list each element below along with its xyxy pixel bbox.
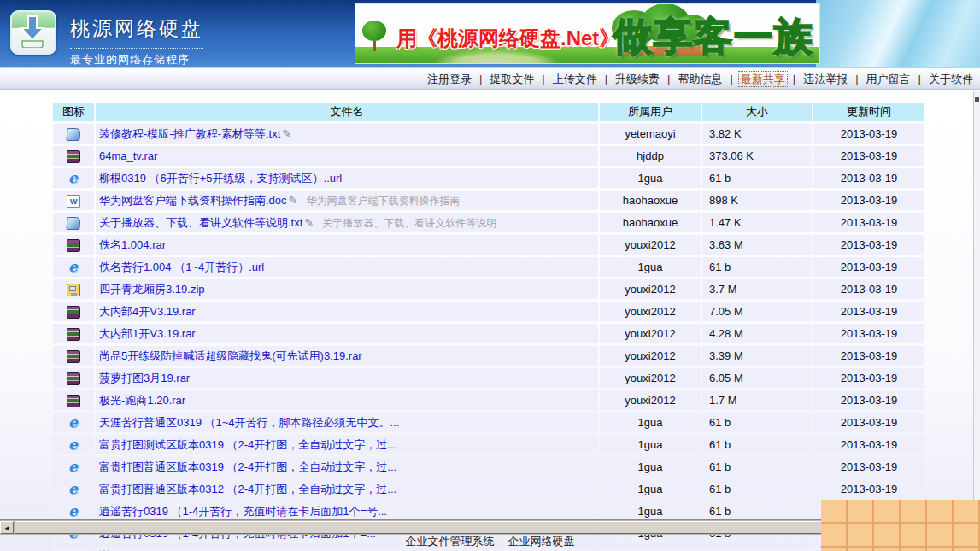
footer-link-file-system[interactable]: 企业文件管理系统 <box>406 535 495 548</box>
update-date: 2013-03-19 <box>813 257 924 277</box>
owner-user: 1gua <box>600 257 701 277</box>
file-link[interactable]: 佚名1.004.rar <box>99 238 166 251</box>
update-date: 2013-03-19 <box>813 346 924 366</box>
edit-pencil-icon[interactable] <box>282 127 291 140</box>
update-date: 2013-03-19 <box>813 213 924 232</box>
update-date: 2013-03-19 <box>813 435 924 454</box>
nav-item-report-abuse[interactable]: 违法举报 <box>801 72 849 86</box>
file-size: 6.05 M <box>702 368 812 388</box>
nav-item-register-login[interactable]: 注册登录 <box>425 72 473 86</box>
update-date: 2013-03-19 <box>813 146 924 166</box>
text-file-icon <box>66 128 80 141</box>
file-table: 图标 文件名 所属用户 大小 更新时间 装修教程-模版-推广教程-素材等等.tx… <box>51 100 926 551</box>
table-row: 富贵打图普通区版本0319 （2-4开打图，全自动过文字，过... 1gua 6… <box>53 457 924 477</box>
file-link[interactable]: 装修教程-模版-推广教程-素材等等.txt <box>99 127 280 140</box>
download-disk-icon <box>10 10 56 55</box>
nav-separator: | <box>730 73 732 85</box>
ad-banner[interactable]: 用《桃源网络硬盘.Net》 做享客一族 <box>355 3 820 64</box>
banner-slogan-red: 用《桃源网络硬盘.Net》 <box>396 25 619 52</box>
file-link[interactable]: 富贵打图普通区版本0319 （2-4开打图，全自动过文字，过... <box>99 460 396 473</box>
table-row: 极光-跑商1.20.rar youxi2012 1.7 M 2013-03-19 <box>53 390 924 410</box>
file-size: 61 b <box>702 435 812 454</box>
file-size: 3.7 M <box>702 279 812 299</box>
vertical-scrollbar[interactable] <box>973 91 980 519</box>
nav-item-about-software[interactable]: 关于软件 <box>927 72 975 86</box>
edit-pencil-icon[interactable] <box>289 194 298 207</box>
nav-separator: | <box>918 73 921 85</box>
nav-separator: | <box>605 73 607 85</box>
file-link[interactable]: 富贵打图测试区版本0319 （2-4开打图，全自动过文字，过... <box>99 438 396 451</box>
nav-item-upload-file[interactable]: 上传文件 <box>551 72 599 86</box>
file-link[interactable]: 大内部4开V3.19.rar <box>99 305 196 318</box>
edit-pencil-icon[interactable] <box>304 216 314 229</box>
owner-user: 1gua <box>600 413 701 432</box>
scroll-left-arrow-icon[interactable]: ◄ <box>0 521 14 534</box>
owner-user: 1gua <box>600 479 701 499</box>
nav-separator: | <box>667 73 670 85</box>
zip-file-icon <box>67 284 80 296</box>
table-row: 大内部1开V3.19.rar youxi2012 4.28 M 2013-03-… <box>53 324 924 343</box>
rar-file-icon <box>67 328 80 341</box>
nav-item-help-info[interactable]: 帮助信息 <box>676 72 724 86</box>
nav-item-upgrade-renew[interactable]: 升级续费 <box>613 72 661 86</box>
file-size: 373.06 K <box>702 146 812 166</box>
text-file-icon <box>66 217 80 230</box>
file-link[interactable]: 华为网盘客户端下载资料操作指南.doc <box>99 194 287 207</box>
file-size: 1.7 M <box>702 390 812 410</box>
file-link[interactable]: 极光-跑商1.20.rar <box>99 394 185 407</box>
file-size: 61 b <box>702 479 812 499</box>
table-row: 佚名1.004.rar youxi2012 3.63 M 2013-03-19 <box>53 235 924 255</box>
ie-link-icon <box>67 173 80 185</box>
ie-link-icon <box>67 461 80 474</box>
table-row: 天涯苦行普通区0319 （1~4开苦行，脚本路径必须无中文。... 1gua 6… <box>53 413 924 432</box>
file-link[interactable]: 柳根0319 （6开苦行+5开练级，支持测试区）..url <box>99 172 342 185</box>
file-link[interactable]: 64ma_tv.rar <box>99 149 157 162</box>
owner-user: yetemaoyi <box>600 124 701 144</box>
table-row: 四开青龙厢房3.19.zip youxi2012 3.7 M 2013-03-1… <box>53 279 924 299</box>
table-row: 佚名苦行1.004 （1~4开苦行）.url 1gua 61 b 2013-03… <box>53 257 924 277</box>
owner-user: youxi2012 <box>600 346 701 366</box>
header-swoosh-decoration <box>816 0 980 67</box>
table-row: 大内部4开V3.19.rar youxi2012 7.05 M 2013-03-… <box>53 302 924 321</box>
table-header-row: 图标 文件名 所属用户 大小 更新时间 <box>53 103 924 121</box>
file-link[interactable]: 天涯苦行普通区0319 （1~4开苦行，脚本路径必须无中文。... <box>99 416 399 429</box>
rar-file-icon <box>67 239 80 252</box>
word-file-icon <box>67 195 80 208</box>
nav-item-user-message[interactable]: 用户留言 <box>865 72 913 86</box>
file-size: 3.82 K <box>702 124 812 144</box>
rar-file-icon <box>67 395 80 407</box>
footer-link-network-disk[interactable]: 企业网络硬盘 <box>508 535 575 548</box>
file-link[interactable]: 逍遥苦行0319 （1-4开苦行，充值时请在卡后面加1个=号... <box>99 505 387 518</box>
file-link[interactable]: 菠萝打图3月19.rar <box>99 372 190 384</box>
file-link[interactable]: 大内部1开V3.19.rar <box>99 327 196 340</box>
owner-user: 1gua <box>600 435 701 454</box>
update-date: 2013-03-19 <box>813 302 924 321</box>
col-header-icon: 图标 <box>53 103 94 121</box>
vertical-scrollbar-thumb[interactable] <box>975 97 979 102</box>
update-date: 2013-03-19 <box>813 368 924 388</box>
table-row: 富贵打图普通区版本0312 （2-4开打图，全自动过文字，过... 1gua 6… <box>53 479 924 499</box>
file-link[interactable]: 佚名苦行1.004 （1~4开苦行）.url <box>99 261 264 273</box>
col-header-filename: 文件名 <box>96 103 598 121</box>
rar-file-icon <box>67 372 80 385</box>
file-note: 关于播放器、下载、看讲义软件等说明 <box>322 217 496 229</box>
nav-item-latest-share[interactable]: 最新共享 <box>739 72 787 86</box>
file-size: 61 b <box>702 457 812 477</box>
nav-item-pick-file[interactable]: 提取文件 <box>488 72 536 86</box>
file-link[interactable]: 尚品5开练级防掉喊话超级隐藏找鬼(可先试用)3.19.rar <box>99 349 362 362</box>
update-date: 2013-03-19 <box>813 324 924 343</box>
file-size: 4.28 M <box>702 324 812 343</box>
file-size: 1.47 K <box>702 213 812 232</box>
update-date: 2013-03-19 <box>813 124 924 144</box>
page: 桃源网络硬盘 最专业的网络存储程序 用《桃源网络硬盘.Net》 做享客一族 注册… <box>0 0 980 551</box>
file-link[interactable]: 四开青龙厢房3.19.zip <box>99 283 205 296</box>
table-row: 富贵打图测试区版本0319 （2-4开打图，全自动过文字，过... 1gua 6… <box>53 435 924 454</box>
ie-link-icon <box>67 506 80 519</box>
file-size: 61 b <box>702 501 812 521</box>
owner-user: youxi2012 <box>600 390 701 410</box>
rar-file-icon <box>67 350 80 363</box>
app-logo: 桃源网络硬盘 最专业的网络存储程序 <box>10 10 203 67</box>
nav-separator: | <box>542 73 544 85</box>
file-link[interactable]: 关于播放器、下载、看讲义软件等说明.txt <box>99 216 302 229</box>
file-link[interactable]: 富贵打图普通区版本0312 （2-4开打图，全自动过文字，过... <box>99 483 396 495</box>
